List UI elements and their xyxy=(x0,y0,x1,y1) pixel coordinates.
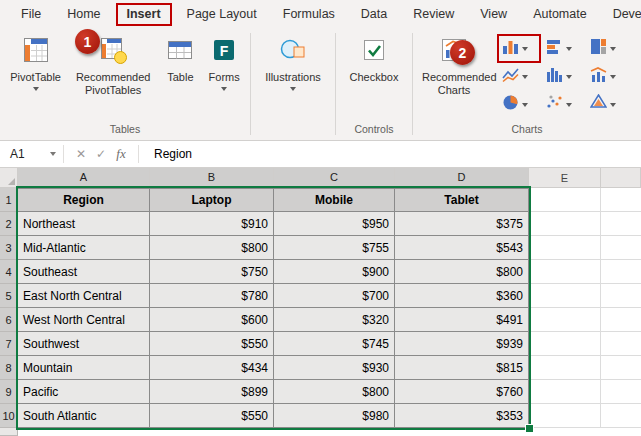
column-header-C[interactable]: C xyxy=(274,168,395,188)
cell-B10[interactable]: $550 xyxy=(150,404,274,428)
sheet-row-6: 6West North Central$600$320$491 xyxy=(0,308,641,332)
column-header-A[interactable]: A xyxy=(18,168,150,188)
insert-pie-chart-button[interactable] xyxy=(499,92,539,117)
insert-combo-chart-button[interactable] xyxy=(587,64,627,89)
insert-column-chart-button[interactable] xyxy=(499,36,539,61)
illustrations-button[interactable]: Illustrations xyxy=(262,33,324,93)
tab-home[interactable]: Home xyxy=(54,0,113,28)
cell-C4[interactable]: $900 xyxy=(274,260,395,284)
cell-A9[interactable]: Pacific xyxy=(18,380,150,404)
cell-A8[interactable]: Mountain xyxy=(18,356,150,380)
cell-E6[interactable] xyxy=(529,308,601,332)
checkbox-button[interactable]: Checkbox xyxy=(347,33,402,86)
row-header-2[interactable]: 2 xyxy=(0,212,18,236)
row-header-1[interactable]: 1 xyxy=(0,188,18,212)
column-header-E[interactable]: E xyxy=(529,168,601,188)
cell-D8[interactable]: $815 xyxy=(395,356,529,380)
table-button[interactable]: Table xyxy=(162,33,198,86)
cell-A6[interactable]: West North Central xyxy=(18,308,150,332)
row-header-8[interactable]: 8 xyxy=(0,356,18,380)
sheet-row-9: 9Pacific$899$800$760 xyxy=(0,380,641,404)
cell-D7[interactable]: $939 xyxy=(395,332,529,356)
cell-E10[interactable] xyxy=(529,404,601,428)
cell-E8[interactable] xyxy=(529,356,601,380)
cancel-button[interactable]: ✕ xyxy=(71,147,91,161)
cell-C9[interactable]: $800 xyxy=(274,380,395,404)
cell-E9[interactable] xyxy=(529,380,601,404)
tab-review[interactable]: Review xyxy=(400,0,467,28)
select-all-button[interactable] xyxy=(0,168,18,188)
name-box[interactable]: A1 xyxy=(0,147,56,161)
tab-developer[interactable]: Developer xyxy=(600,0,641,28)
row-header-6[interactable]: 6 xyxy=(0,308,18,332)
insert-line-chart-button[interactable] xyxy=(499,64,539,89)
cell-A3[interactable]: Mid-Atlantic xyxy=(18,236,150,260)
tab-page-layout[interactable]: Page Layout xyxy=(174,0,270,28)
cell-B1[interactable]: Laptop xyxy=(150,188,274,212)
cell-D2[interactable]: $375 xyxy=(395,212,529,236)
row-header-3[interactable]: 3 xyxy=(0,236,18,260)
row-header-7[interactable]: 7 xyxy=(0,332,18,356)
cell-E2[interactable] xyxy=(529,212,601,236)
cell-E5[interactable] xyxy=(529,284,601,308)
insert-surface-chart-button[interactable] xyxy=(587,92,627,117)
cell-C7[interactable]: $745 xyxy=(274,332,395,356)
cell-C2[interactable]: $950 xyxy=(274,212,395,236)
cell-C3[interactable]: $755 xyxy=(274,236,395,260)
tab-file[interactable]: File xyxy=(8,0,54,28)
cell-E4[interactable] xyxy=(529,260,601,284)
cell-E7[interactable] xyxy=(529,332,601,356)
row-header-5[interactable]: 5 xyxy=(0,284,18,308)
insert-scatter-chart-button[interactable] xyxy=(543,92,583,117)
cell-B2[interactable]: $910 xyxy=(150,212,274,236)
cell-D1[interactable]: Tablet xyxy=(395,188,529,212)
tab-data[interactable]: Data xyxy=(348,0,400,28)
tab-insert[interactable]: Insert xyxy=(116,3,172,26)
formula-input[interactable]: Region xyxy=(154,147,192,161)
cell-B5[interactable]: $780 xyxy=(150,284,274,308)
cell-E1[interactable] xyxy=(529,188,601,212)
cell-A4[interactable]: Southeast xyxy=(18,260,150,284)
forms-button[interactable]: F Forms xyxy=(206,33,243,93)
cell-C6[interactable]: $320 xyxy=(274,308,395,332)
cell-C5[interactable]: $700 xyxy=(274,284,395,308)
row-header-10[interactable]: 10 xyxy=(0,404,18,428)
cell-D10[interactable]: $353 xyxy=(395,404,529,428)
cell-D3[interactable]: $543 xyxy=(395,236,529,260)
row-header-9[interactable]: 9 xyxy=(0,380,18,404)
cell-B3[interactable]: $800 xyxy=(150,236,274,260)
column-header-B[interactable]: B xyxy=(150,168,274,188)
cell-D6[interactable]: $491 xyxy=(395,308,529,332)
tab-formulas[interactable]: Formulas xyxy=(270,0,348,28)
cell-A1[interactable]: Region xyxy=(18,188,150,212)
cell-D4[interactable]: $800 xyxy=(395,260,529,284)
cell-C10[interactable]: $980 xyxy=(274,404,395,428)
column-header-D[interactable]: D xyxy=(395,168,529,188)
cell-B4[interactable]: $750 xyxy=(150,260,274,284)
enter-button[interactable]: ✓ xyxy=(91,147,111,161)
pivottable-button[interactable]: PivotTable xyxy=(7,33,64,93)
cell-C1[interactable]: Mobile xyxy=(274,188,395,212)
cell-A10[interactable]: South Atlantic xyxy=(18,404,150,428)
cell-A7[interactable]: Southwest xyxy=(18,332,150,356)
row-header-4[interactable]: 4 xyxy=(0,260,18,284)
cell-B7[interactable]: $550 xyxy=(150,332,274,356)
insert-bar-chart-button[interactable] xyxy=(543,36,583,61)
name-box-chevron-icon[interactable] xyxy=(50,152,56,156)
cell-B8[interactable]: $434 xyxy=(150,356,274,380)
cell-D9[interactable]: $760 xyxy=(395,380,529,404)
insert-statistic-chart-button[interactable] xyxy=(543,64,583,89)
sheet-row-1: 1RegionLaptopMobileTablet xyxy=(0,188,641,212)
cell-B9[interactable]: $899 xyxy=(150,380,274,404)
cell-C8[interactable]: $930 xyxy=(274,356,395,380)
cell-E3[interactable] xyxy=(529,236,601,260)
tab-view[interactable]: View xyxy=(467,0,520,28)
tab-automate[interactable]: Automate xyxy=(520,0,600,28)
insert-function-button[interactable]: fx xyxy=(111,146,131,162)
insert-hierarchy-chart-button[interactable] xyxy=(587,36,627,61)
fill-handle[interactable] xyxy=(525,424,534,433)
cell-A5[interactable]: East North Central xyxy=(18,284,150,308)
cell-A2[interactable]: Northeast xyxy=(18,212,150,236)
cell-D5[interactable]: $360 xyxy=(395,284,529,308)
cell-B6[interactable]: $600 xyxy=(150,308,274,332)
